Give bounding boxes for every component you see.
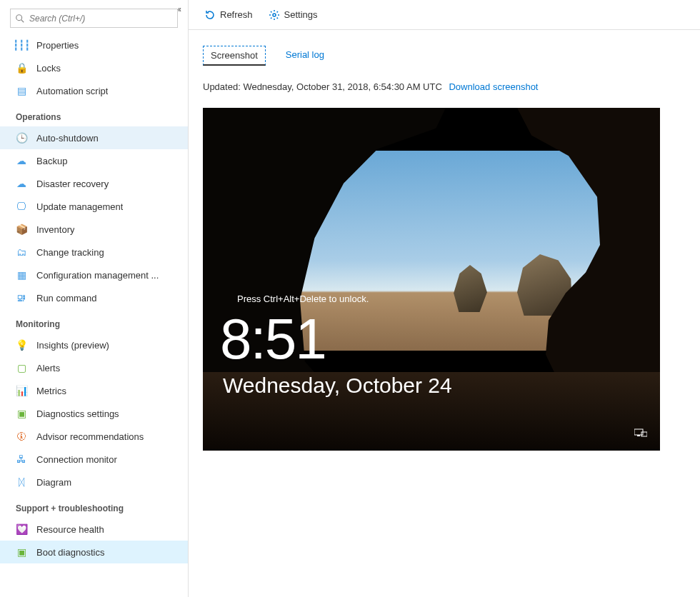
sidebar-item-metrics[interactable]: 📊 Metrics [0, 379, 188, 402]
sidebar-item-auto-shutdown[interactable]: 🕒 Auto-shutdown [0, 126, 188, 149]
script-icon: ▤ [16, 85, 27, 96]
search-icon [15, 14, 25, 24]
sidebar-item-advisor[interactable]: 🛈 Advisor recommendations [0, 425, 188, 448]
sidebar-item-automation-script[interactable]: ▤ Automation script [0, 79, 188, 102]
update-icon: 🖵 [16, 201, 27, 212]
network-icon [634, 428, 647, 438]
search-input[interactable] [29, 14, 173, 24]
sidebar-item-label: Connection monitor [36, 454, 117, 465]
tab-serial-log[interactable]: Serial log [279, 46, 331, 66]
tabs: Screenshot Serial log [203, 46, 686, 66]
lockscreen-date: Wednesday, October 24 [223, 373, 452, 398]
sidebar-item-label: Boot diagnostics [36, 547, 104, 558]
sidebar-item-alerts[interactable]: ▢ Alerts [0, 356, 188, 379]
recovery-icon: ☁ [16, 178, 27, 189]
updated-prefix: Updated: [203, 81, 243, 92]
sidebar-item-label: Resource health [36, 524, 104, 535]
settings-label: Settings [284, 9, 318, 20]
sidebar-item-configuration-management[interactable]: ▦ Configuration management ... [0, 264, 188, 286]
updated-timestamp: Wednesday, October 31, 2018, 6:54:30 AM … [243, 81, 441, 92]
lockscreen-time: 8:51 [220, 306, 326, 372]
backup-icon: ☁ [16, 155, 27, 166]
sidebar-item-label: Disaster recovery [36, 179, 109, 189]
health-icon: 💟 [16, 523, 27, 535]
refresh-icon [204, 9, 216, 21]
sidebar-item-update-management[interactable]: 🖵 Update management [0, 195, 188, 218]
refresh-button[interactable]: Refresh [204, 9, 253, 21]
sidebar-item-disaster-recovery[interactable]: ☁ Disaster recovery [0, 172, 188, 195]
updated-row: Updated: Wednesday, October 31, 2018, 6:… [203, 81, 686, 92]
diagnostics-icon: ▣ [16, 408, 27, 419]
sidebar-item-diagram[interactable]: ᛞ Diagram [0, 471, 188, 493]
sidebar-item-diagnostics-settings[interactable]: ▣ Diagnostics settings [0, 402, 188, 425]
run-command-icon: 🖳 [16, 292, 27, 303]
gear-icon [269, 9, 280, 21]
clock-icon: 🕒 [16, 132, 27, 144]
sidebar-item-connection-monitor[interactable]: 🖧 Connection monitor [0, 448, 188, 471]
vm-screenshot: Press Ctrl+Alt+Delete to unlock. 8:51 We… [203, 108, 660, 451]
sidebar-item-label: Change tracking [36, 247, 104, 258]
toolbar: Refresh Settings [189, 0, 700, 30]
diagram-icon: ᛞ [16, 476, 27, 488]
sidebar-item-resource-health[interactable]: 💟 Resource health [0, 518, 188, 541]
sidebar-scroll[interactable]: ┇┇┇ Properties 🔒 Locks ▤ Automation scri… [0, 0, 188, 597]
sidebar-item-label: Automation script [36, 86, 108, 96]
sidebar-item-backup[interactable]: ☁ Backup [0, 149, 188, 172]
config-icon: ▦ [16, 269, 27, 281]
sidebar-item-boot-diagnostics[interactable]: ▣ Boot diagnostics [0, 541, 188, 563]
insights-icon: 💡 [16, 339, 27, 351]
inventory-icon: 📦 [16, 224, 27, 235]
sidebar-item-label: Advisor recommendations [36, 431, 144, 442]
svg-point-0 [16, 14, 22, 20]
sidebar-item-label: Diagnostics settings [36, 408, 119, 419]
sidebar-item-label: Insights (preview) [36, 340, 109, 351]
tab-screenshot[interactable]: Screenshot [203, 46, 266, 66]
svg-rect-5 [641, 432, 647, 436]
alerts-icon: ▢ [16, 362, 27, 373]
collapse-sidebar-icon[interactable]: « [178, 4, 181, 14]
sidebar: « ┇┇┇ Properties 🔒 Locks ▤ Automation sc… [0, 0, 189, 597]
boot-diag-icon: ▣ [16, 546, 27, 558]
section-monitoring: Monitoring [0, 309, 188, 333]
sidebar-item-label: Alerts [36, 363, 60, 373]
section-operations: Operations [0, 102, 188, 126]
sidebar-item-label: Auto-shutdown [36, 133, 99, 144]
lock-icon: 🔒 [16, 62, 27, 74]
sidebar-search[interactable] [10, 9, 178, 28]
sidebar-item-label: Run command [36, 293, 97, 303]
change-tracking-icon: 🗂 [16, 246, 27, 258]
advisor-icon: 🛈 [16, 431, 27, 442]
sidebar-item-locks[interactable]: 🔒 Locks [0, 56, 188, 79]
section-support: Support + troubleshooting [0, 493, 188, 518]
metrics-icon: 📊 [16, 385, 27, 396]
refresh-label: Refresh [220, 9, 253, 20]
svg-line-1 [21, 19, 24, 22]
properties-icon: ┇┇┇ [16, 39, 27, 51]
sidebar-item-change-tracking[interactable]: 🗂 Change tracking [0, 241, 188, 264]
sidebar-item-run-command[interactable]: 🖳 Run command [0, 286, 188, 309]
download-screenshot-link[interactable]: Download screenshot [449, 81, 538, 92]
sidebar-item-label: Diagram [36, 477, 71, 488]
svg-rect-4 [637, 435, 640, 436]
sidebar-item-properties[interactable]: ┇┇┇ Properties [0, 34, 188, 56]
sidebar-item-inventory[interactable]: 📦 Inventory [0, 218, 188, 241]
sidebar-item-insights[interactable]: 💡 Insights (preview) [0, 333, 188, 356]
lockscreen-hint: Press Ctrl+Alt+Delete to unlock. [237, 294, 369, 304]
connection-monitor-icon: 🖧 [16, 453, 27, 465]
svg-point-2 [273, 14, 276, 16]
settings-button[interactable]: Settings [269, 9, 318, 21]
content-area: Screenshot Serial log Updated: Wednesday… [189, 30, 700, 466]
sidebar-item-label: Properties [36, 40, 79, 51]
sidebar-item-label: Locks [36, 63, 61, 74]
sidebar-item-label: Metrics [36, 386, 66, 396]
sidebar-item-label: Update management [36, 201, 123, 212]
sidebar-item-label: Inventory [36, 224, 74, 235]
sidebar-item-label: Backup [36, 156, 67, 166]
sidebar-item-label: Configuration management ... [36, 270, 159, 281]
main-content: Refresh Settings Screenshot Serial log U… [189, 0, 700, 597]
